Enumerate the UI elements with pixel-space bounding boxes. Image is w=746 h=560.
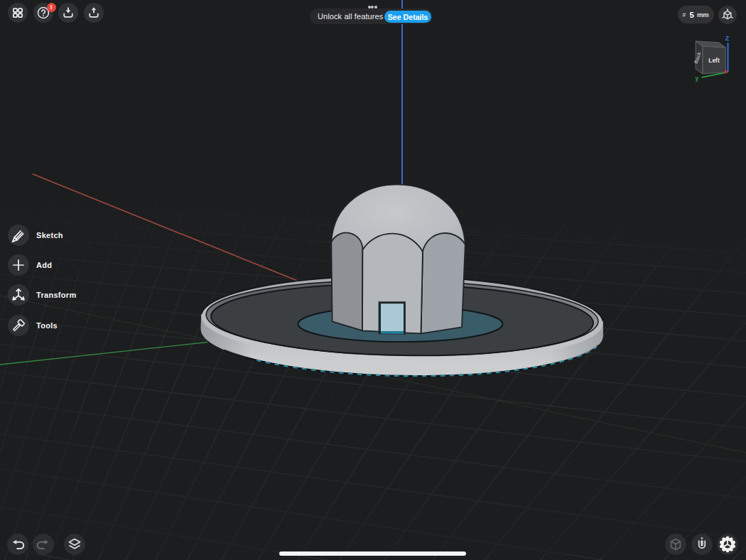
svg-text:Z: Z bbox=[725, 35, 729, 42]
svg-text:Left: Left bbox=[708, 57, 720, 64]
svg-text:y: y bbox=[696, 75, 699, 82]
